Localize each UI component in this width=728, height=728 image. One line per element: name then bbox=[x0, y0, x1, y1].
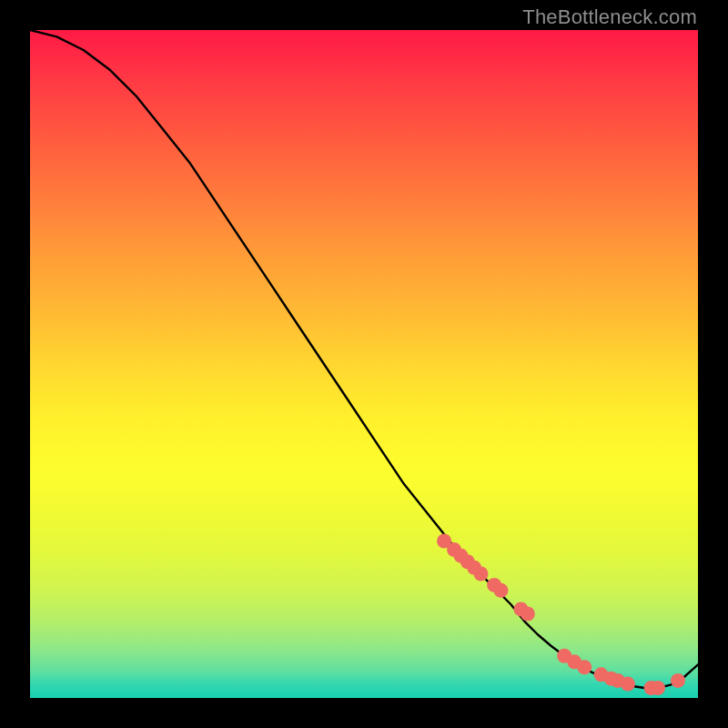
highlight-dot bbox=[493, 583, 508, 598]
highlight-dot bbox=[621, 677, 635, 692]
bottleneck-curve-path bbox=[30, 30, 698, 688]
plot-area bbox=[30, 30, 698, 698]
highlight-dot bbox=[521, 607, 535, 622]
watermark-text: TheBottleneck.com bbox=[522, 5, 697, 29]
highlight-dot bbox=[577, 660, 592, 674]
highlight-dot bbox=[671, 673, 685, 688]
chart-stage: TheBottleneck.com bbox=[0, 0, 728, 728]
curve-svg bbox=[30, 30, 698, 698]
highlight-dot bbox=[473, 566, 488, 581]
marker-group bbox=[437, 534, 685, 695]
highlight-dot bbox=[651, 681, 665, 695]
